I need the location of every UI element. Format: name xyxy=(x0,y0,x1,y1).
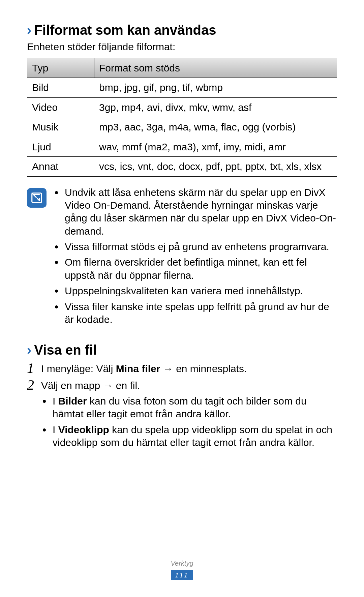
step-number: 1 xyxy=(27,360,41,375)
table-cell-type: Video xyxy=(27,97,94,117)
table-cell-formats: wav, mmf (ma2, ma3), xmf, imy, midi, amr xyxy=(94,137,337,157)
table-row: Ljudwav, mmf (ma2, ma3), xmf, imy, midi,… xyxy=(27,137,337,157)
note-list: Undvik att låsa enhetens skärm när du sp… xyxy=(53,186,337,329)
page-footer: Verktyg 111 xyxy=(0,559,364,580)
note-icon xyxy=(27,188,47,208)
table-header-type: Typ xyxy=(27,58,94,78)
section-heading-file-formats: › Filformat som kan användas xyxy=(27,22,337,38)
table-body: Bildbmp, jpg, gif, png, tif, wbmpVideo3g… xyxy=(27,78,337,177)
table-cell-type: Annat xyxy=(27,157,94,177)
table-cell-type: Ljud xyxy=(27,137,94,157)
note-item: Vissa filer kanske inte spelas upp felfr… xyxy=(63,300,337,326)
note-item: Uppspelningskvaliteten kan variera med i… xyxy=(63,285,337,297)
list-item-pre: I xyxy=(53,424,58,435)
table-cell-type: Bild xyxy=(27,78,94,98)
table-row: Musikmp3, aac, 3ga, m4a, wma, flac, ogg … xyxy=(27,117,337,137)
list-item: I Bilder kan du visa foton som du tagit … xyxy=(51,395,337,421)
step-2: 2 Välj en mapp → en fil. I Bilder kan du… xyxy=(27,377,337,452)
chevron-icon: › xyxy=(27,341,31,358)
footer-category: Verktyg xyxy=(0,559,364,568)
step1-bold: Mina filer xyxy=(116,363,160,374)
note-item: Om filerna överskrider det befintliga mi… xyxy=(63,256,337,282)
section-subtitle: Enheten stöder följande filformat: xyxy=(27,40,337,53)
table-cell-formats: 3gp, mp4, avi, divx, mkv, wmv, asf xyxy=(94,97,337,117)
list-item: I Videoklipp kan du spela upp videoklipp… xyxy=(51,423,337,449)
page: › Filformat som kan användas Enheten stö… xyxy=(0,0,364,597)
step2-bullets: I Bilder kan du visa foton som du tagit … xyxy=(41,395,337,449)
table-row: Bildbmp, jpg, gif, png, tif, wbmp xyxy=(27,78,337,98)
step1-pre: I menyläge: Välj xyxy=(41,363,116,374)
note-item: Vissa filformat stöds ej på grund av enh… xyxy=(63,240,337,253)
list-item-post: kan du visa foton som du tagit och bilde… xyxy=(53,395,307,419)
table-cell-formats: vcs, ics, vnt, doc, docx, pdf, ppt, pptx… xyxy=(94,157,337,177)
table-header-row: Typ Format som stöds xyxy=(27,58,337,78)
note-box: Undvik att låsa enhetens skärm när du sp… xyxy=(27,186,337,329)
step-body: I menyläge: Välj Mina filer → en minnesp… xyxy=(41,360,337,375)
chevron-icon: › xyxy=(27,22,31,38)
table-cell-type: Musik xyxy=(27,117,94,137)
step-body: Välj en mapp → en fil. I Bilder kan du v… xyxy=(41,377,337,452)
table-cell-formats: mp3, aac, 3ga, m4a, wma, flac, ogg (vorb… xyxy=(94,117,337,137)
step-1: 1 I menyläge: Välj Mina filer → en minne… xyxy=(27,360,337,375)
table-cell-formats: bmp, jpg, gif, png, tif, wbmp xyxy=(94,78,337,98)
page-number: 111 xyxy=(171,570,193,580)
step-number: 2 xyxy=(27,377,41,392)
step1-post: → en minnesplats. xyxy=(160,363,247,374)
section-title: Filformat som kan användas xyxy=(34,22,216,38)
step2-text: Välj en mapp → en fil. xyxy=(41,380,140,391)
steps: 1 I menyläge: Välj Mina filer → en minne… xyxy=(27,360,337,452)
table-row: Annatvcs, ics, vnt, doc, docx, pdf, ppt,… xyxy=(27,157,337,177)
table-header-formats: Format som stöds xyxy=(94,58,337,78)
list-item-bold: Bilder xyxy=(58,395,87,407)
note-item: Undvik att låsa enhetens skärm när du sp… xyxy=(63,186,337,238)
list-item-bold: Videoklipp xyxy=(58,424,109,435)
file-format-table: Typ Format som stöds Bildbmp, jpg, gif, … xyxy=(27,58,337,177)
section-heading-view-file: › Visa en fil xyxy=(27,341,337,358)
section-title: Visa en fil xyxy=(34,341,97,358)
table-row: Video3gp, mp4, avi, divx, mkv, wmv, asf xyxy=(27,97,337,117)
list-item-pre: I xyxy=(53,395,58,407)
